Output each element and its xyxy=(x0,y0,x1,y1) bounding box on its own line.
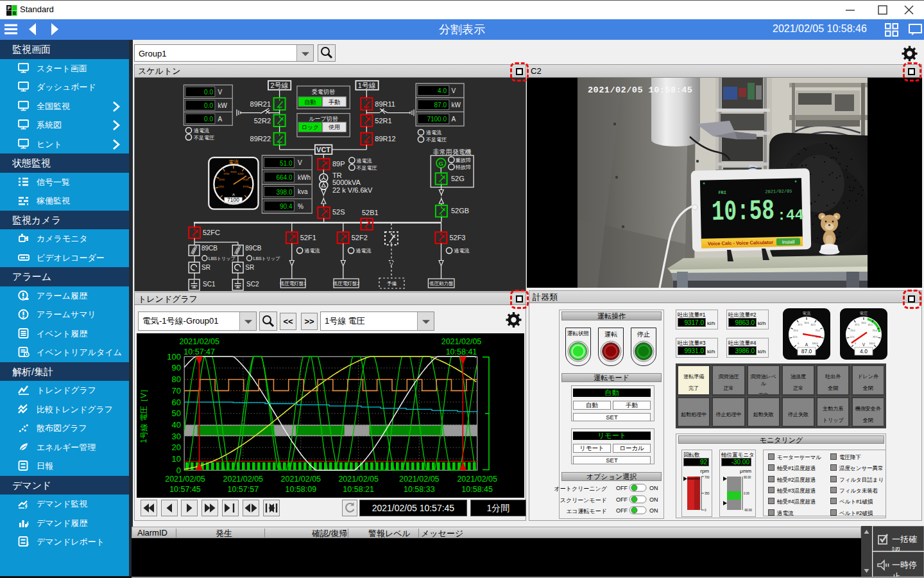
svg-text:電流: 電流 xyxy=(228,159,239,165)
svg-text:89R12: 89R12 xyxy=(375,135,395,143)
svg-text:89P: 89P xyxy=(332,160,345,168)
svg-text:Install: Install xyxy=(782,239,795,245)
svg-text:10:58:21: 10:58:21 xyxy=(343,485,374,494)
svg-text:4.0: 4.0 xyxy=(438,87,447,94)
svg-text:V: V xyxy=(218,89,223,96)
svg-text:25.0: 25.0 xyxy=(793,329,798,332)
svg-text:A: A xyxy=(805,342,809,347)
svg-text::44: :44 xyxy=(777,207,804,224)
svg-text:V: V xyxy=(298,159,302,166)
svg-text:SC1: SC1 xyxy=(203,281,216,288)
svg-text:52GB: 52GB xyxy=(451,207,469,215)
svg-text:2号線: 2号線 xyxy=(271,82,289,89)
svg-text:P: P xyxy=(8,6,11,10)
svg-text:37.5: 37.5 xyxy=(855,324,859,326)
svg-text:2021/02/05: 2021/02/05 xyxy=(179,337,219,346)
svg-text:5000: 5000 xyxy=(230,170,237,173)
svg-text:10:58: 10:58 xyxy=(711,195,774,228)
svg-text:A: A xyxy=(232,193,235,197)
svg-text:10:57:47: 10:57:47 xyxy=(184,347,215,356)
svg-text:90.4: 90.4 xyxy=(280,203,293,210)
svg-text:A: A xyxy=(452,116,456,123)
svg-text:0: 0 xyxy=(855,342,856,345)
svg-text:62.5: 62.5 xyxy=(811,324,816,326)
svg-text:非常用発電機: 非常用発電機 xyxy=(433,148,472,155)
svg-text:TR: TR xyxy=(332,171,342,179)
svg-text:60: 60 xyxy=(172,398,181,407)
svg-text:SR: SR xyxy=(201,264,210,271)
svg-text:kWh: kWh xyxy=(298,174,311,181)
svg-text:52FC: 52FC xyxy=(203,229,220,236)
svg-text:使用: 使用 xyxy=(328,124,340,130)
svg-text:V: V xyxy=(452,87,456,94)
svg-text:7100: 7100 xyxy=(227,197,239,203)
svg-text:SR: SR xyxy=(245,264,254,271)
svg-text:350: 350 xyxy=(705,492,710,495)
svg-text:8750: 8750 xyxy=(243,185,250,188)
svg-text:電流: 電流 xyxy=(803,311,812,316)
svg-text:重故障: 重故障 xyxy=(455,157,471,163)
svg-text:低圧電灯盤2: 低圧電灯盤2 xyxy=(333,281,360,286)
svg-text:過電流: 過電流 xyxy=(305,248,320,254)
svg-text:52F1: 52F1 xyxy=(300,234,316,241)
svg-text:LBSトリップ: LBSトリップ xyxy=(209,256,236,261)
svg-text:自動: 自動 xyxy=(304,99,316,105)
svg-text:0.0: 0.0 xyxy=(204,89,213,96)
svg-text:10:57:45: 10:57:45 xyxy=(169,485,201,494)
svg-text:受電切替: 受電切替 xyxy=(312,89,335,95)
svg-text:100: 100 xyxy=(167,352,181,362)
svg-text:100.0: 100.0 xyxy=(869,342,875,345)
svg-text:80: 80 xyxy=(172,374,181,384)
svg-text:7100.0: 7100.0 xyxy=(427,116,447,123)
svg-text:6250: 6250 xyxy=(237,172,244,175)
svg-text:12.5: 12.5 xyxy=(850,336,854,338)
svg-text:40: 40 xyxy=(172,420,181,430)
svg-text:B: B xyxy=(13,11,16,15)
svg-text:過電流: 過電流 xyxy=(194,128,209,134)
svg-text:軽故障: 軽故障 xyxy=(456,164,471,170)
svg-text:89CB: 89CB xyxy=(201,245,218,252)
svg-text:kW: kW xyxy=(452,101,461,109)
svg-text:kW: kW xyxy=(218,102,228,109)
svg-text:2500: 2500 xyxy=(219,178,225,181)
svg-text:89R11: 89R11 xyxy=(375,100,395,108)
svg-text:30: 30 xyxy=(172,432,181,441)
svg-text:1250: 1250 xyxy=(218,185,225,188)
svg-text:75.0: 75.0 xyxy=(873,329,877,332)
svg-text:100.0: 100.0 xyxy=(812,342,818,345)
svg-text:700: 700 xyxy=(705,476,710,479)
svg-text:87.0: 87.0 xyxy=(434,101,447,109)
svg-text:10:58:45: 10:58:45 xyxy=(461,485,493,494)
svg-text:過電流: 過電流 xyxy=(356,248,372,254)
svg-text:0.0: 0.0 xyxy=(204,116,213,123)
svg-text:2021/02/05: 2021/02/05 xyxy=(165,475,205,484)
svg-text:10:57:57: 10:57:57 xyxy=(227,485,259,494)
svg-text:ループ切替: ループ切替 xyxy=(309,116,338,122)
svg-text:手動: 手動 xyxy=(329,99,340,105)
svg-text:52G: 52G xyxy=(451,175,465,182)
svg-text:%: % xyxy=(298,203,304,210)
svg-text:ロック: ロック xyxy=(301,124,319,130)
svg-text:3750: 3750 xyxy=(223,172,230,175)
svg-text:70: 70 xyxy=(172,386,181,396)
svg-text:12.5: 12.5 xyxy=(792,336,797,338)
svg-text:2021/02/05 10:58:45: 2021/02/05 10:58:45 xyxy=(588,85,692,95)
svg-text:過電流: 過電流 xyxy=(454,248,470,254)
svg-text:50.0: 50.0 xyxy=(805,322,809,324)
svg-text:52R1: 52R1 xyxy=(375,117,391,125)
svg-text:過電流: 過電流 xyxy=(426,130,441,136)
svg-text:0: 0 xyxy=(798,342,799,345)
svg-text:89R22: 89R22 xyxy=(250,135,271,143)
svg-text:予備: 予備 xyxy=(387,281,397,286)
svg-text:LBSトリップ: LBSトリップ xyxy=(253,256,281,261)
svg-text:10:58:41: 10:58:41 xyxy=(446,347,477,356)
svg-text:20: 20 xyxy=(172,442,181,452)
svg-text:4.0: 4.0 xyxy=(860,348,868,355)
svg-text:過電流: 過電流 xyxy=(356,158,372,164)
svg-text:V: V xyxy=(862,342,866,347)
svg-text:FRI: FRI xyxy=(718,190,726,195)
svg-text:0: 0 xyxy=(705,509,706,512)
svg-text:398.0: 398.0 xyxy=(276,189,292,196)
svg-text:62.5: 62.5 xyxy=(868,324,873,326)
svg-text:52S: 52S xyxy=(332,208,345,216)
